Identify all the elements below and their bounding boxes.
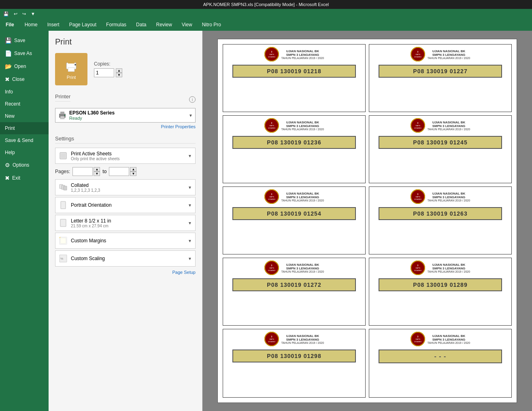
printer-section-label: Printer [55, 93, 70, 102]
printer-info-icon[interactable]: i [189, 96, 196, 103]
sidebar-item-info[interactable]: Info [0, 86, 49, 98]
pages-from-input[interactable] [72, 167, 93, 176]
card-number: - - - [379, 350, 502, 363]
nitro-pro-tab[interactable]: Nitro Pro [197, 19, 226, 31]
svg-text:SMPN: SMPN [415, 125, 420, 127]
svg-text:LENGAYANG: LENGAYANG [268, 127, 276, 129]
sidebar-item-close[interactable]: ✖ Close [0, 73, 49, 86]
sidebar-item-open[interactable]: 📂 Open [0, 60, 49, 73]
orientation-dropdown[interactable]: Portrait Orientation ▼ [55, 197, 196, 213]
sidebar-item-save[interactable]: 💾 Save [0, 34, 49, 47]
svg-text:LENGAYANG: LENGAYANG [268, 341, 276, 343]
card-school-info: UJIAN NASIONAL BK SMPN 3 LENGAYANG TAHUN… [428, 334, 470, 344]
collated-dropdown[interactable]: Collated 1,2,3 1,2,3 1,2,3 ▼ [55, 179, 196, 195]
svg-text:3: 3 [417, 264, 418, 267]
sidebar-item-save-send[interactable]: Save & Send [0, 134, 49, 146]
backstage-sidebar: 💾 Save 📄 Save As 📂 Open ✖ Close Info Rec… [0, 31, 49, 411]
card-school: SMPN 3 LENGAYANG [281, 267, 324, 270]
svg-text:SMPN: SMPN [269, 53, 274, 55]
printer-properties-link[interactable]: Printer Properties [55, 124, 196, 129]
review-tab[interactable]: Review [151, 19, 177, 31]
card-school-info: UJIAN NASIONAL BK SMPN 3 LENGAYANG TAHUN… [281, 192, 324, 202]
print-button[interactable]: Print [55, 53, 87, 85]
card-number: P08 130019 01298 [232, 350, 356, 362]
sidebar-item-save-as[interactable]: 📄 Save As [0, 47, 49, 60]
home-tab[interactable]: Home [20, 19, 43, 31]
view-tab[interactable]: View [177, 19, 197, 31]
print-button-area: Print Copies: ▲ ▼ [55, 53, 196, 85]
card-year: TAHUN PELAJARAN 2019 / 2020 [281, 270, 324, 273]
sidebar-item-new[interactable]: New [0, 110, 49, 122]
svg-point-7 [64, 115, 66, 116]
formulas-tab[interactable]: Formulas [101, 19, 131, 31]
collated-label: Collated [71, 182, 100, 188]
preview-card: 3 SMPN LENGAYANG UJIAN NASIONAL BK SMPN … [369, 329, 512, 398]
paper-size-sub: 21.59 cm x 27.94 cm [71, 224, 111, 228]
preview-card: 3 SMPN LENGAYANG UJIAN NASIONAL BK SMPN … [369, 258, 512, 326]
data-tab[interactable]: Data [131, 19, 151, 31]
copies-down-btn[interactable]: ▼ [116, 73, 122, 77]
pages-from-up[interactable]: ▲ [94, 167, 100, 172]
scaling-dropdown[interactable]: % Custom Scaling ▼ [55, 250, 196, 267]
card-title: UJIAN NASIONAL BK [428, 263, 470, 267]
pages-to-down[interactable]: ▼ [130, 172, 136, 176]
orientation-chevron: ▼ [188, 203, 192, 208]
copies-area: Copies: ▲ ▼ [94, 61, 122, 77]
svg-text:3: 3 [271, 51, 272, 53]
card-school-info: UJIAN NASIONAL BK SMPN 3 LENGAYANG TAHUN… [281, 334, 324, 344]
save-icon: 💾 [5, 37, 12, 44]
print-active-sheets-dropdown[interactable]: Print Active Sheets Only print the activ… [55, 148, 196, 164]
card-year: TAHUN PELAJARAN 2019 / 2020 [428, 341, 470, 344]
paper-size-chevron: ▼ [188, 221, 192, 225]
options-icon: ⚙ [5, 162, 10, 168]
sidebar-item-options[interactable]: ⚙ Options [0, 159, 49, 172]
ribbon: File Home Insert Page Layout Formulas Da… [0, 19, 532, 31]
sidebar-item-recent[interactable]: Recent [0, 98, 49, 110]
card-header: 3 SMPN LENGAYANG UJIAN NASIONAL BK SMPN … [411, 118, 470, 133]
svg-rect-2 [68, 68, 74, 72]
card-header: 3 SMPN LENGAYANG UJIAN NASIONAL BK SMPN … [411, 332, 470, 346]
sidebar-item-exit[interactable]: ✖ Exit [0, 172, 49, 184]
card-title: UJIAN NASIONAL BK [428, 121, 470, 124]
page-layout-tab[interactable]: Page Layout [64, 19, 101, 31]
card-title: UJIAN NASIONAL BK [428, 334, 470, 338]
svg-text:3: 3 [271, 264, 272, 267]
copies-input[interactable] [94, 68, 114, 77]
pages-to-up[interactable]: ▲ [130, 167, 136, 172]
svg-text:SMPN: SMPN [415, 267, 420, 269]
margins-dropdown[interactable]: Custom Margins ▼ [55, 233, 196, 249]
insert-tab[interactable]: Insert [43, 19, 64, 31]
printer-select[interactable]: EPSON L360 Series Ready ▼ [55, 108, 196, 123]
undo-quick-btn[interactable]: ↩ [12, 11, 19, 17]
pages-from-down[interactable]: ▼ [94, 172, 100, 176]
pages-to-input[interactable] [109, 167, 129, 176]
pages-label: Pages: [55, 169, 70, 174]
pages-to-spinner: ▲ ▼ [130, 167, 136, 176]
svg-rect-13 [61, 201, 66, 209]
card-logo: 3 SMPN LENGAYANG [411, 261, 425, 275]
collated-sub: 1,2,3 1,2,3 1,2,3 [71, 188, 100, 193]
card-year: TAHUN PELAJARAN 2019 / 2020 [281, 199, 324, 202]
card-school-info: UJIAN NASIONAL BK SMPN 3 LENGAYANG TAHUN… [428, 263, 470, 273]
card-school: SMPN 3 LENGAYANG [281, 338, 324, 341]
card-school: SMPN 3 LENGAYANG [428, 338, 470, 341]
card-logo: 3 SMPN LENGAYANG [264, 118, 279, 133]
svg-text:SMPN: SMPN [415, 338, 420, 340]
card-title: UJIAN NASIONAL BK [281, 121, 324, 124]
file-tab[interactable]: File [0, 19, 20, 31]
more-quick-btn[interactable]: ▼ [29, 11, 37, 17]
svg-text:SMPN: SMPN [415, 196, 420, 198]
copies-up-btn[interactable]: ▲ [116, 68, 122, 73]
sidebar-item-print[interactable]: Print [0, 122, 49, 134]
page-setup-link[interactable]: Page Setup [55, 270, 196, 275]
redo-quick-btn[interactable]: ↪ [21, 11, 28, 17]
pages-to-label: to [102, 169, 106, 174]
card-school-info: UJIAN NASIONAL BK SMPN 3 LENGAYANG TAHUN… [281, 121, 324, 131]
preview-card: 3 SMPN LENGAYANG UJIAN NASIONAL BK SMPN … [369, 44, 512, 112]
save-quick-btn[interactable]: 💾 [2, 11, 11, 17]
card-year: TAHUN PELAJARAN 2019 / 2020 [428, 57, 470, 59]
paper-size-dropdown[interactable]: Letter 8 1/2 x 11 in 21.59 cm x 27.94 cm… [55, 215, 196, 231]
save-as-icon: 📄 [5, 50, 12, 57]
sidebar-item-help[interactable]: Help [0, 146, 49, 159]
print-active-sheets-sub: Only print the active sheets [71, 157, 120, 161]
